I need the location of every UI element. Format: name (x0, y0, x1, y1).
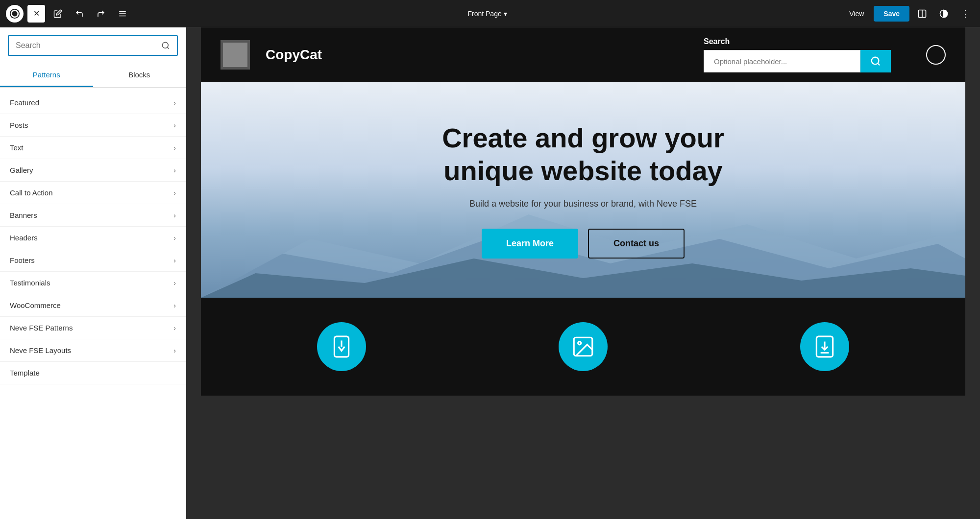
chevron-right-icon: › (173, 257, 176, 264)
list-item-woocommerce[interactable]: WooCommerce › (0, 294, 186, 317)
hero-title: Create and grow your unique website toda… (412, 121, 755, 187)
download-icon-circle (800, 322, 849, 371)
undo-button[interactable] (71, 5, 88, 23)
chevron-right-icon: › (173, 99, 176, 107)
redo-button[interactable] (92, 5, 110, 23)
site-name: CopyCat (266, 47, 322, 63)
site-search-bar (704, 50, 891, 72)
pattern-list: Featured › Posts › Text › Gallery › Call… (0, 88, 186, 388)
chevron-right-icon: › (173, 324, 176, 332)
content-area: CopyCat Search (186, 27, 980, 519)
wp-logo-icon[interactable] (6, 5, 24, 23)
chevron-right-icon: › (173, 212, 176, 219)
header-circle-icon (926, 45, 946, 65)
svg-line-8 (167, 47, 169, 48)
chevron-right-icon: › (173, 189, 176, 197)
list-item-banners[interactable]: Banners › (0, 204, 186, 227)
list-item-testimonials[interactable]: Testimonials › (0, 272, 186, 294)
chevron-right-icon: › (173, 166, 176, 174)
site-search-input[interactable] (704, 50, 860, 72)
sidebar-tabs: Patterns Blocks (0, 64, 186, 88)
chevron-right-icon: › (173, 121, 176, 129)
image-icon-circle (559, 322, 608, 371)
layout-button[interactable] (913, 5, 931, 23)
view-button[interactable]: View (843, 7, 870, 21)
tab-blocks[interactable]: Blocks (93, 64, 186, 87)
site-search-button[interactable] (860, 50, 891, 72)
list-item-gallery[interactable]: Gallery › (0, 159, 186, 182)
icons-section (201, 298, 965, 396)
contact-us-button[interactable]: Contact us (588, 229, 685, 259)
chevron-right-icon: › (173, 279, 176, 287)
list-item-footers[interactable]: Footers › (0, 249, 186, 272)
search-button[interactable] (154, 41, 177, 50)
lightning-icon-circle (317, 322, 366, 371)
learn-more-button[interactable]: Learn More (482, 229, 578, 259)
svg-point-7 (162, 42, 168, 48)
edit-icon-button[interactable] (49, 5, 67, 23)
list-item-posts[interactable]: Posts › (0, 114, 186, 137)
list-item-headers[interactable]: Headers › (0, 227, 186, 249)
search-input[interactable] (9, 36, 154, 55)
sidebar-search-section (0, 27, 186, 64)
save-button[interactable]: Save (874, 6, 909, 22)
site-preview: CopyCat Search (201, 27, 965, 396)
chevron-right-icon: › (173, 144, 176, 152)
site-header: CopyCat Search (201, 27, 965, 82)
hero-buttons: Learn More Contact us (482, 229, 685, 259)
top-toolbar: ✕ Front Page ▾ View Save ⋮ (0, 0, 980, 27)
contrast-button[interactable] (935, 5, 953, 23)
chevron-right-icon: › (173, 302, 176, 309)
list-view-button[interactable] (114, 5, 131, 23)
hero-subtitle: Build a website for your business or bra… (469, 199, 697, 209)
site-search-area: Search (704, 37, 891, 72)
list-item-text[interactable]: Text › (0, 137, 186, 159)
list-item-neve-fse-patterns[interactable]: Neve FSE Patterns › (0, 317, 186, 339)
list-item-template[interactable]: Template (0, 362, 186, 384)
chevron-right-icon: › (173, 234, 176, 242)
tab-patterns[interactable]: Patterns (0, 64, 93, 87)
page-title[interactable]: Front Page ▾ (467, 10, 507, 18)
list-item-featured[interactable]: Featured › (0, 92, 186, 114)
svg-point-17 (578, 342, 581, 345)
search-input-wrapper (8, 35, 178, 56)
svg-point-9 (872, 57, 879, 65)
svg-line-10 (878, 63, 880, 65)
left-sidebar: Patterns Blocks Featured › Posts › Text … (0, 27, 186, 519)
hero-section: Create and grow your unique website toda… (201, 82, 965, 298)
list-item-neve-fse-layouts[interactable]: Neve FSE Layouts › (0, 339, 186, 362)
dropdown-icon: ▾ (504, 10, 507, 18)
more-options-button[interactable]: ⋮ (956, 5, 974, 23)
list-item-cta[interactable]: Call to Action › (0, 182, 186, 204)
chevron-right-icon: › (173, 347, 176, 354)
site-logo (220, 40, 250, 70)
close-button[interactable]: ✕ (27, 5, 45, 23)
site-search-label: Search (704, 37, 891, 46)
